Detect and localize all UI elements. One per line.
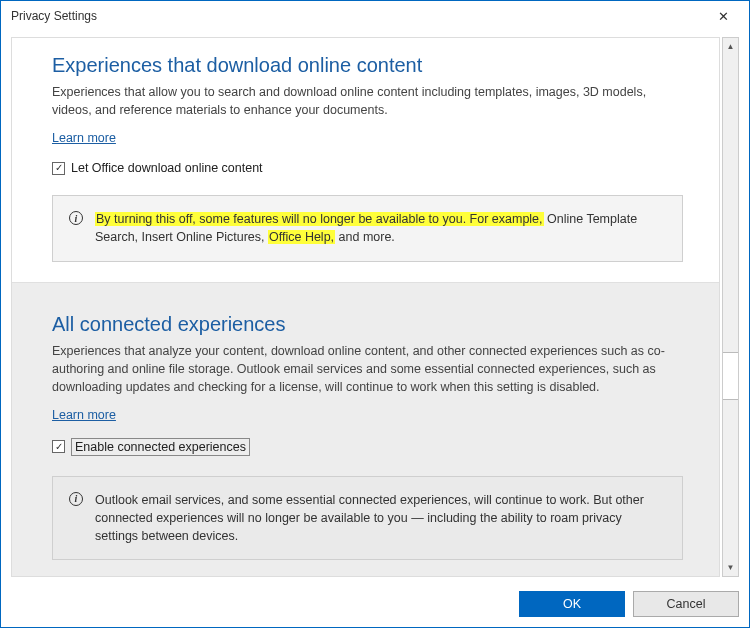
scroll-down-icon[interactable]: ▼ (723, 559, 738, 576)
section2-checkbox-row[interactable]: Enable connected experiences (52, 438, 683, 456)
section-connected-experiences: All connected experiences Experiences th… (12, 282, 719, 578)
highlight-1: By turning this off, some features will … (95, 212, 544, 226)
cancel-button[interactable]: Cancel (633, 591, 739, 617)
section1-checkbox-label: Let Office download online content (71, 161, 263, 175)
highlight-2: Office Help, (268, 230, 335, 244)
checkbox-icon[interactable] (52, 440, 65, 453)
section1-learn-more[interactable]: Learn more (52, 131, 116, 145)
section2-heading: All connected experiences (52, 313, 683, 336)
info-icon: i (69, 211, 83, 225)
dialog-footer: OK Cancel (1, 583, 749, 625)
section1-heading: Experiences that download online content (52, 54, 683, 77)
scroll-thumb[interactable] (723, 352, 738, 400)
titlebar: Privacy Settings ✕ (1, 1, 749, 31)
section2-learn-more[interactable]: Learn more (52, 408, 116, 422)
section2-description: Experiences that analyze your content, d… (52, 342, 683, 396)
content-area: Experiences that download online content… (1, 31, 749, 583)
section2-checkbox-label: Enable connected experiences (71, 438, 250, 456)
section-download-content: Experiences that download online content… (12, 38, 719, 282)
info-icon: i (69, 492, 83, 506)
window-title: Privacy Settings (11, 9, 705, 23)
scroll-content: Experiences that download online content… (11, 37, 720, 577)
section1-description: Experiences that allow you to search and… (52, 83, 683, 119)
section2-info-text: Outlook email services, and some essenti… (95, 491, 666, 545)
ok-button[interactable]: OK (519, 591, 625, 617)
checkbox-icon[interactable] (52, 162, 65, 175)
section1-info-text: By turning this off, some features will … (95, 210, 666, 246)
close-icon[interactable]: ✕ (705, 2, 741, 30)
section2-info-box: i Outlook email services, and some essen… (52, 476, 683, 560)
vertical-scrollbar[interactable]: ▲ ▼ (722, 37, 739, 577)
section1-info-box: i By turning this off, some features wil… (52, 195, 683, 261)
section1-checkbox-row[interactable]: Let Office download online content (52, 161, 683, 175)
scroll-up-icon[interactable]: ▲ (723, 38, 738, 55)
